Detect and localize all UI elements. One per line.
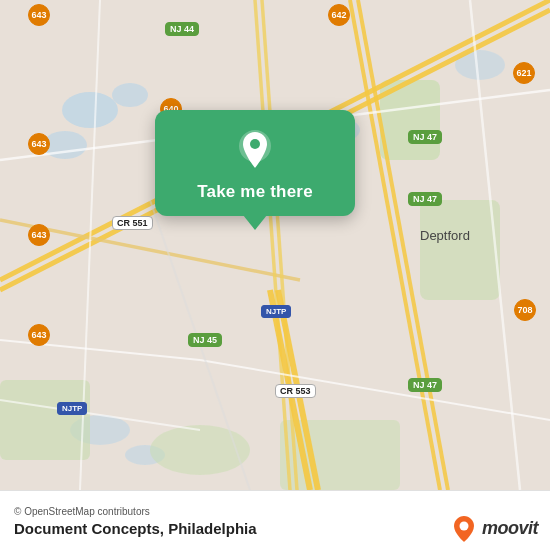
road-badge-643-2: 643 xyxy=(28,133,50,155)
road-badge-643-3: 643 xyxy=(28,224,50,246)
road-badge-642: 642 xyxy=(328,4,350,26)
road-badge-nj47-mid: NJ 47 xyxy=(408,192,442,206)
svg-rect-9 xyxy=(420,200,500,300)
location-name: Document Concepts xyxy=(14,520,160,537)
moovit-label: moovit xyxy=(482,518,538,539)
popup-card[interactable]: Take me there xyxy=(155,110,355,216)
road-badge-cr553: CR 553 xyxy=(275,384,316,398)
svg-rect-10 xyxy=(0,380,90,460)
road-badge-643-1: 643 xyxy=(28,4,50,26)
road-badge-nj47-bot: NJ 47 xyxy=(408,378,442,392)
road-badge-nj45: NJ 45 xyxy=(188,333,222,347)
road-badge-nj44: NJ 44 xyxy=(165,22,199,36)
road-badge-njtp-1: NJTP xyxy=(261,305,291,318)
map-container: Deptford NJ 44 NJ 47 NJ 47 NJ 47 NJ 45 C… xyxy=(0,0,550,490)
location-pin-icon xyxy=(233,128,277,172)
moovit-pin-icon xyxy=(450,514,478,542)
road-badge-708: 708 xyxy=(514,299,536,321)
moovit-logo: moovit xyxy=(450,514,538,542)
road-badge-njtp-2: NJTP xyxy=(57,402,87,415)
take-me-there-button[interactable]: Take me there xyxy=(197,182,313,202)
bottom-bar: © OpenStreetMap contributors Document Co… xyxy=(0,490,550,550)
svg-point-2 xyxy=(112,83,148,107)
svg-point-31 xyxy=(250,139,260,149)
svg-text:Deptford: Deptford xyxy=(420,228,470,243)
svg-point-32 xyxy=(459,522,468,531)
road-badge-cr551: CR 551 xyxy=(112,216,153,230)
road-badge-621: 621 xyxy=(513,62,535,84)
svg-point-1 xyxy=(62,92,118,128)
location-city: Philadelphia xyxy=(168,520,256,537)
road-badge-nj47-top: NJ 47 xyxy=(408,130,442,144)
road-badge-643-4: 643 xyxy=(28,324,50,346)
svg-point-12 xyxy=(150,425,250,475)
